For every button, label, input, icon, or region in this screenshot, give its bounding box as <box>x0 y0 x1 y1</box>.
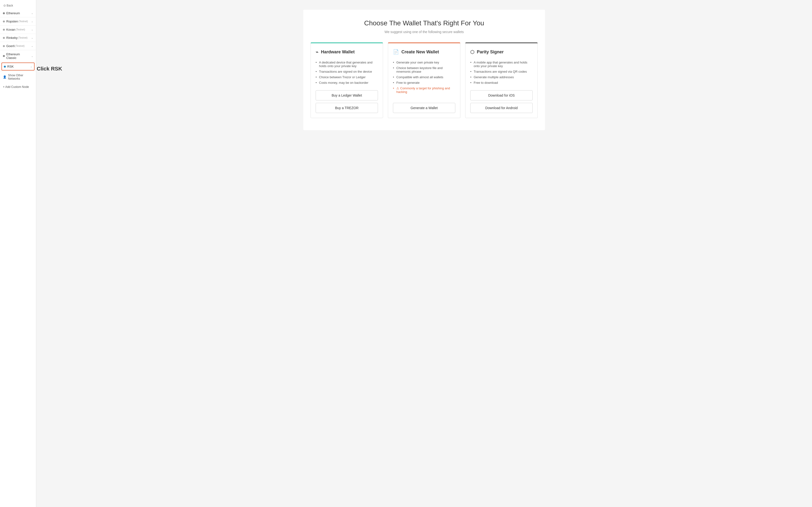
card-header-create: 📄Create New Wallet <box>393 49 455 55</box>
network-tag-rinkeby: (Testnet) <box>18 37 28 39</box>
bullet-create-0: Generate your own private key <box>393 60 455 65</box>
bullet-create-1: Choice between keystore file and mnemoni… <box>393 65 455 74</box>
bullet-parity-1: Transactions are signed via QR codes <box>470 69 532 74</box>
warning-bullet-create: ⚠Commonly a target for phishing and hack… <box>393 86 455 95</box>
network-name-rsk: RSK <box>7 65 14 68</box>
card-hardware: ⌁Hardware WalletA dedicated device that … <box>311 43 383 118</box>
bullet-hardware-0: A dedicated device that generates and ho… <box>316 60 378 69</box>
chevron-down-icon: ⌄ <box>31 45 33 47</box>
network-dot-ethereum <box>3 12 5 14</box>
card-icon-hardware: ⌁ <box>316 49 318 55</box>
card-header-hardware: ⌁Hardware Wallet <box>316 49 378 55</box>
network-dot-ethereum-classic <box>3 55 5 57</box>
card-header-parity: ⬡Parity Signer <box>470 49 532 55</box>
network-name-rinkeby: Rinkeby <box>6 36 18 40</box>
download-android-button[interactable]: Download for Android <box>470 103 532 113</box>
bullet-hardware-3: Costs money, may be on backorder <box>316 80 378 86</box>
card-icon-create: 📄 <box>393 49 399 55</box>
add-custom-node-button[interactable]: + Add Custom Node <box>0 83 36 91</box>
card-create: 📄Create New WalletGenerate your own priv… <box>388 43 460 118</box>
sidebar-item-ropsten[interactable]: Ropsten(Testnet)⌄ <box>0 17 36 25</box>
card-title-hardware: Hardware Wallet <box>321 50 355 55</box>
bullet-create-2: Compatible with almost all wallets <box>393 74 455 80</box>
network-name-goerli: Goerli <box>6 44 15 48</box>
bullet-hardware-1: Transactions are signed on the device <box>316 69 378 74</box>
bullet-hardware-2: Choice between Trezor or Ledger <box>316 74 378 80</box>
bullet-create-3: Free to generate <box>393 80 455 86</box>
network-dot-goerli <box>3 45 5 47</box>
bullet-parity-3: Free to download <box>470 80 532 86</box>
card-icon-parity: ⬡ <box>470 49 474 55</box>
chevron-down-icon: ⌄ <box>31 55 33 57</box>
sidebar-item-kovan[interactable]: Kovan(Testnet)⌄ <box>0 25 36 34</box>
card-bullets-create: Generate your own private keyChoice betw… <box>393 60 455 98</box>
back-link[interactable]: ⊙ Back <box>0 2 36 9</box>
network-tag-kovan: (Testnet) <box>16 28 25 31</box>
network-list: Ethereum⌄Ropsten(Testnet)⌄Kovan(Testnet)… <box>0 9 36 71</box>
bullet-parity-0: A mobile app that generates and holds on… <box>470 60 532 69</box>
network-name-ethereum: Ethereum <box>6 11 20 15</box>
sidebar: ⊙ Back Ethereum⌄Ropsten(Testnet)⌄Kovan(T… <box>0 0 36 507</box>
sidebar-item-rinkeby[interactable]: Rinkeby(Testnet)⌄ <box>0 34 36 42</box>
sidebar-item-ethereum-classic[interactable]: Ethereum Classic⌄ <box>0 50 36 62</box>
main-content: Choose The Wallet That's Right For You W… <box>36 0 812 507</box>
card-title-create: Create New Wallet <box>401 50 439 55</box>
wallet-chooser: Choose The Wallet That's Right For You W… <box>303 10 545 130</box>
network-name-kovan: Kovan <box>6 28 15 32</box>
chevron-down-icon: ⌄ <box>31 20 33 23</box>
chevron-down-icon: ⌄ <box>31 28 33 31</box>
warning-icon: ⚠ <box>396 87 399 90</box>
network-name-ropsten: Ropsten <box>6 19 18 23</box>
network-tag-goerli: (Testnet) <box>15 45 24 47</box>
show-other-networks-button[interactable]: 👤 Show Other Networks <box>0 71 36 83</box>
sidebar-item-rsk[interactable]: RSK⌄ <box>1 62 35 70</box>
buy-ledger-button[interactable]: Buy a Ledger Wallet <box>316 90 378 101</box>
chevron-down-icon: ⌄ <box>31 12 33 14</box>
download-ios-button[interactable]: Download for iOS <box>470 90 532 101</box>
card-bullets-hardware: A dedicated device that generates and ho… <box>316 60 378 86</box>
cards-row: ⌁Hardware WalletA dedicated device that … <box>311 43 538 118</box>
network-dot-rinkeby <box>3 37 5 39</box>
card-parity: ⬡Parity SignerA mobile app that generate… <box>465 43 538 118</box>
network-dot-ropsten <box>3 20 5 22</box>
network-tag-ropsten: (Testnet) <box>18 20 28 23</box>
bullet-parity-2: Generate multiple addresses <box>470 74 532 80</box>
network-name-ethereum-classic: Ethereum Classic <box>6 52 30 60</box>
chevron-down-icon: ⌄ <box>31 37 33 39</box>
card-title-parity: Parity Signer <box>477 50 504 55</box>
sidebar-item-goerli[interactable]: Goerli(Testnet)⌄ <box>0 42 36 50</box>
card-bullets-parity: A mobile app that generates and holds on… <box>470 60 532 86</box>
person-icon: 👤 <box>3 75 6 79</box>
generate-wallet-button[interactable]: Generate a Wallet <box>393 103 455 113</box>
chooser-subtitle: We suggest using one of the following se… <box>311 30 538 34</box>
sidebar-item-ethereum[interactable]: Ethereum⌄ <box>0 9 36 17</box>
buy-trezor-button[interactable]: Buy a TREZOR <box>316 103 378 113</box>
chevron-down-icon: ⌄ <box>30 65 32 68</box>
chooser-title: Choose The Wallet That's Right For You <box>311 19 538 27</box>
network-dot-rsk <box>4 66 6 68</box>
network-dot-kovan <box>3 29 5 31</box>
